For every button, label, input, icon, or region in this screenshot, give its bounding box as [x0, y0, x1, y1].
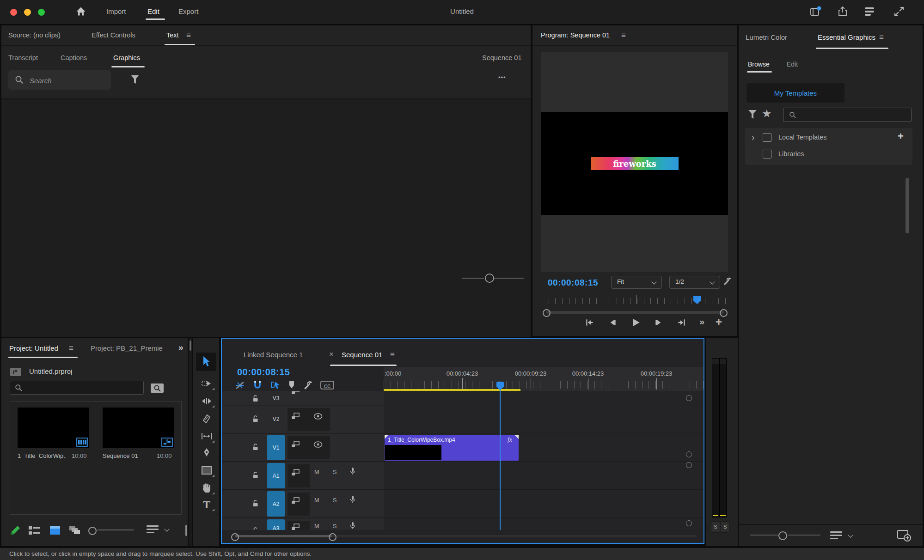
- track-label-v1[interactable]: V1: [267, 435, 285, 460]
- track-v2[interactable]: V2: [222, 406, 704, 433]
- project-search-box[interactable]: [10, 381, 144, 395]
- program-video-frame[interactable]: fireworks: [541, 112, 728, 215]
- timeline-tab-menu-icon[interactable]: ≡: [390, 351, 395, 359]
- graphics-more-options[interactable]: •••: [498, 74, 506, 81]
- separator-scroll-nub[interactable]: [190, 341, 191, 351]
- text-panel-menu-icon[interactable]: ≡: [186, 31, 191, 39]
- scrollbar-left-handle[interactable]: [543, 309, 551, 317]
- program-fit-dropdown[interactable]: Fit: [611, 276, 662, 289]
- track-label-v3[interactable]: V3: [267, 393, 285, 404]
- program-zoom-scrollbar[interactable]: [543, 308, 728, 317]
- tab-essential-graphics[interactable]: Essential Graphics: [818, 33, 875, 41]
- timeline-tab-linked-sequence[interactable]: Linked Sequence 1: [244, 351, 303, 359]
- voiceover-mic-icon[interactable]: [349, 521, 356, 530]
- lock-icon[interactable]: [252, 443, 259, 450]
- project-items-grid[interactable]: 1_Title_ColorWip... 10:00 Sequence 01 10…: [10, 401, 182, 515]
- go-to-in-icon[interactable]: [585, 318, 594, 327]
- pen-tool[interactable]: [196, 445, 217, 461]
- scrollbar-left-handle[interactable]: [231, 533, 239, 541]
- eg-filter-icon[interactable]: [747, 109, 758, 121]
- eg-zoom-slider-knob[interactable]: [778, 531, 787, 540]
- lock-icon[interactable]: [252, 415, 259, 422]
- subtab-graphics[interactable]: Graphics: [113, 54, 140, 61]
- mute-button[interactable]: M: [314, 497, 319, 504]
- slip-tool[interactable]: [196, 428, 217, 444]
- lock-icon[interactable]: [252, 527, 259, 530]
- hand-tool[interactable]: [196, 480, 217, 496]
- project-panel-menu-icon[interactable]: ≡: [69, 344, 73, 352]
- tree-item-libraries[interactable]: Libraries: [778, 150, 804, 158]
- track-a3[interactable]: A3 M S: [222, 518, 704, 530]
- solo-button[interactable]: S: [333, 469, 337, 475]
- timeline-playhead-line[interactable]: [500, 390, 501, 530]
- subtab-edit[interactable]: Edit: [787, 61, 798, 68]
- project-sort-icon[interactable]: [147, 525, 159, 535]
- selection-tool[interactable]: [196, 353, 216, 371]
- tab-lumetri-color[interactable]: Lumetri Color: [746, 33, 787, 41]
- source-patch-icon[interactable]: [291, 523, 300, 530]
- eg-search-input[interactable]: [799, 110, 910, 121]
- libraries-checkbox[interactable]: [763, 150, 771, 158]
- solo-button[interactable]: S: [333, 497, 337, 504]
- audio-scroll-handle[interactable]: [686, 462, 692, 468]
- graphics-search-box[interactable]: [8, 70, 111, 90]
- graphics-list-area[interactable]: [1, 98, 531, 337]
- program-zoom-dropdown[interactable]: 1/2: [669, 276, 720, 289]
- fullscreen-icon[interactable]: [893, 6, 905, 19]
- solo-button[interactable]: S: [333, 523, 337, 530]
- home-icon[interactable]: [75, 6, 86, 19]
- captions-cc-icon[interactable]: CC: [320, 381, 334, 390]
- local-templates-checkbox[interactable]: [763, 133, 771, 142]
- eg-search-box[interactable]: [783, 108, 912, 122]
- track-visibility-eye-icon[interactable]: [313, 413, 323, 420]
- project-search-input[interactable]: [26, 383, 141, 394]
- track-visibility-eye-icon[interactable]: [313, 441, 323, 448]
- voiceover-mic-icon[interactable]: [349, 495, 356, 504]
- graphics-search-input[interactable]: [29, 74, 107, 87]
- eg-list-scrollbar[interactable]: [906, 178, 909, 233]
- scrollbar-range[interactable]: [235, 535, 332, 537]
- program-settings-wrench-icon[interactable]: [723, 277, 732, 288]
- my-templates-button[interactable]: My Templates: [747, 83, 844, 103]
- track-v3[interactable]: V3: [222, 391, 704, 405]
- track-label-v2[interactable]: V2: [267, 413, 285, 425]
- meter-solo-left-button[interactable]: S: [711, 521, 720, 533]
- subtab-captions[interactable]: Captions: [61, 54, 87, 61]
- project-filename[interactable]: Untitled.prproj: [29, 367, 72, 375]
- graphics-zoom-slider-knob[interactable]: [485, 274, 494, 283]
- eg-sort-icon[interactable]: [830, 531, 842, 541]
- tab-effect-controls[interactable]: Effect Controls: [92, 31, 135, 39]
- project-sort-chevron-icon[interactable]: [164, 526, 169, 531]
- timeline-clip[interactable]: 1_Title_ColorWipeBox.mp4 fx: [385, 435, 519, 461]
- more-transport-buttons[interactable]: »: [699, 317, 704, 327]
- timeline-settings-wrench-icon[interactable]: [303, 380, 313, 390]
- mute-button[interactable]: M: [314, 469, 319, 475]
- razor-tool[interactable]: [196, 411, 217, 426]
- video-scroll-handle[interactable]: [686, 395, 692, 401]
- scrollbar-right-handle[interactable]: [329, 533, 337, 541]
- go-to-out-icon[interactable]: [677, 318, 686, 327]
- subtab-transcript[interactable]: Transcript: [8, 54, 38, 61]
- track-a1[interactable]: A1 M S: [222, 462, 704, 490]
- timeline-tab-sequence01[interactable]: Sequence 01: [342, 351, 382, 359]
- marker-icon[interactable]: [288, 380, 296, 390]
- list-view-icon[interactable]: [28, 526, 40, 535]
- program-panel-menu-icon[interactable]: ≡: [621, 31, 626, 39]
- icon-view-icon[interactable]: [49, 526, 61, 535]
- menu-export[interactable]: Export: [178, 7, 198, 15]
- tab-text[interactable]: Text: [166, 31, 179, 39]
- eg-sort-chevron-icon[interactable]: [848, 532, 853, 537]
- timeline-tab-close-icon[interactable]: ×: [329, 350, 334, 359]
- project-scrollbar-nub[interactable]: [185, 525, 187, 536]
- track-a2[interactable]: A2 M S: [222, 490, 704, 518]
- project-zoom-slider-knob[interactable]: [88, 527, 97, 535]
- project-item-clip[interactable]: 1_Title_ColorWip... 10:00: [10, 402, 96, 462]
- nest-insert-icon[interactable]: [235, 380, 245, 390]
- graphics-filter-icon[interactable]: [130, 74, 140, 88]
- project-item-sequence[interactable]: Sequence 01 10:00: [96, 402, 182, 462]
- step-back-icon[interactable]: [608, 318, 617, 327]
- quick-export-settings-icon[interactable]: [863, 6, 875, 18]
- timeline-h-scrollbar[interactable]: [222, 530, 704, 543]
- edit-pencil-icon[interactable]: [10, 525, 21, 536]
- source-patch-icon[interactable]: [291, 440, 300, 448]
